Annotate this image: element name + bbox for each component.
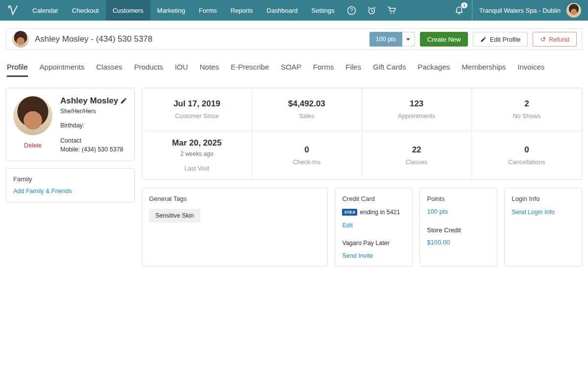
stat-label: Cancellations (508, 159, 545, 166)
visa-icon: VISA (342, 209, 357, 216)
notification-badge: 1 (461, 2, 467, 8)
card-on-file: VISA ending in 5421 (342, 209, 405, 216)
stat-no-shows: 2 No Shows (472, 88, 582, 131)
tab-invoices[interactable]: Invoices (517, 63, 544, 77)
tab-classes[interactable]: Classes (96, 63, 122, 77)
customer-actions: 100 pts Create New Edit Profile ↺ Refund (369, 32, 577, 47)
vagaro-v-icon (6, 4, 19, 17)
profile-mobile: Mobile: (434) 530 5378 (60, 146, 127, 153)
nav-item-marketing[interactable]: Marketing (150, 0, 192, 21)
credit-card-title: Credit Card (342, 195, 405, 202)
stat-cancellations: 0 Cancellations (472, 131, 582, 179)
business-name: Tranquil Waters Spa - Dublin (479, 7, 561, 14)
points-dropdown-button[interactable] (402, 32, 415, 47)
alarm-clock-icon[interactable] (362, 0, 382, 21)
main-menu: Calendar Checkout Customers Marketing Fo… (25, 0, 342, 21)
points-title: Points (427, 195, 490, 202)
family-card: Family Add Family & Friends (6, 168, 135, 202)
tab-forms[interactable]: Forms (313, 63, 334, 77)
pay-later-label: Vagaro Pay Later (342, 240, 405, 247)
customer-stats-card: Jul 17, 2019 Customer Since $4,492.03 Sa… (142, 88, 582, 180)
points-badge[interactable]: 100 pts (369, 32, 402, 47)
stat-value: 0 (524, 145, 529, 155)
tab-memberships[interactable]: Memberships (462, 63, 506, 77)
nav-item-dashboard[interactable]: Dashboard (260, 0, 305, 21)
card-ending-text: ending in 5421 (360, 209, 400, 216)
vagaro-logo[interactable] (0, 0, 25, 21)
tab-packages[interactable]: Packages (417, 63, 450, 77)
stat-value: $4,492.03 (288, 99, 325, 109)
refund-label: Refund (549, 36, 569, 43)
edit-name-pencil-icon[interactable] (120, 97, 127, 106)
refund-button[interactable]: ↺ Refund (533, 32, 577, 47)
nav-item-calendar[interactable]: Calendar (25, 0, 65, 21)
profile-name: Ashley Mosley (60, 96, 118, 106)
refund-icon: ↺ (540, 36, 546, 43)
stat-label: No Shows (513, 113, 540, 120)
login-info-card: Login Info Send Login Info (504, 188, 582, 267)
notifications-bell-icon[interactable]: 1 (446, 0, 472, 21)
family-card-title: Family (13, 175, 127, 183)
add-family-friends-link[interactable]: Add Family & Friends (13, 188, 72, 195)
stat-value: 0 (304, 145, 309, 155)
stat-label: Customer Since (175, 113, 219, 120)
store-credit-value-link[interactable]: $100.00 (427, 239, 450, 246)
user-avatar[interactable] (566, 3, 581, 18)
stat-value: 2 (524, 99, 529, 109)
stat-label: Sales (299, 113, 314, 120)
send-invite-link[interactable]: Send Invite (342, 252, 373, 259)
create-new-label: Create New (427, 36, 461, 43)
tab-products[interactable]: Products (134, 63, 163, 77)
pencil-icon (480, 36, 487, 43)
login-info-title: Login Info (512, 195, 575, 202)
delete-customer-link[interactable]: Delete (24, 142, 42, 149)
customer-name-phone: Ashley Mosley - (434) 530 5378 (35, 34, 152, 44)
nav-item-settings[interactable]: Settings (305, 0, 342, 21)
tab-e-prescribe[interactable]: E-Prescribe (231, 63, 269, 77)
stat-label: Appointments (398, 113, 435, 120)
points-card: Points 100 pts Store Credit $100.00 (419, 188, 497, 267)
top-nav: Calendar Checkout Customers Marketing Fo… (0, 0, 588, 21)
store-credit-label: Store Credit (427, 226, 490, 234)
edit-profile-label: Edit Profile (490, 36, 520, 43)
customer-avatar-small (12, 31, 29, 48)
profile-summary-card: Delete Ashley Mosley She/Her/Hers Birthd… (6, 88, 135, 161)
send-login-info-link[interactable]: Send Login Info (512, 209, 555, 216)
profile-info: Ashley Mosley She/Her/Hers Birthday: Con… (60, 96, 127, 153)
stat-value: 123 (410, 99, 423, 109)
edit-card-link[interactable]: Edit (342, 222, 353, 229)
profile-pronouns: She/Her/Hers (60, 108, 127, 115)
cart-icon[interactable] (382, 0, 402, 21)
tab-files[interactable]: Files (345, 63, 361, 77)
stat-label: Check-Ins (293, 159, 320, 166)
customer-identity: Ashley Mosley - (434) 530 5378 (12, 31, 152, 48)
tab-appointments[interactable]: Appointments (40, 63, 85, 77)
tab-iou[interactable]: IOU (175, 63, 188, 77)
nav-item-reports[interactable]: Reports (223, 0, 260, 21)
stat-classes: 22 Classes (362, 131, 472, 179)
tab-profile[interactable]: Profile (7, 63, 28, 77)
nav-item-checkout[interactable]: Checkout (65, 0, 106, 21)
points-value-link[interactable]: 100 pts (427, 208, 448, 215)
create-new-button[interactable]: Create New (420, 32, 468, 47)
stat-appointments: 123 Appointments (362, 88, 472, 131)
tab-notes[interactable]: Notes (200, 63, 219, 77)
tab-soap[interactable]: SOAP (281, 63, 301, 77)
nav-item-forms[interactable]: Forms (192, 0, 224, 21)
profile-photo-column: Delete (13, 96, 52, 153)
edit-profile-button[interactable]: Edit Profile (473, 32, 528, 47)
stat-sales: $4,492.03 Sales (252, 88, 362, 131)
help-icon[interactable]: ? (342, 0, 362, 21)
stat-value: Jul 17, 2019 (173, 99, 220, 109)
business-switcher[interactable]: Tranquil Waters Spa - Dublin (472, 0, 588, 21)
profile-birthday-label: Birthday: (60, 122, 127, 129)
nav-item-customers[interactable]: Customers (106, 0, 150, 21)
tab-gift-cards[interactable]: Gift Cards (373, 63, 406, 77)
stat-label: Classes (406, 159, 427, 166)
left-column: Delete Ashley Mosley She/Her/Hers Birthd… (6, 88, 135, 267)
customer-photo (13, 96, 52, 135)
customer-header: Ashley Mosley - (434) 530 5378 100 pts C… (6, 28, 582, 50)
stat-value: 22 (412, 145, 421, 155)
stat-label: Last Visit (184, 165, 209, 172)
stat-last-visit: Mar 20, 2025 2 weeks ago Last Visit (142, 131, 252, 179)
